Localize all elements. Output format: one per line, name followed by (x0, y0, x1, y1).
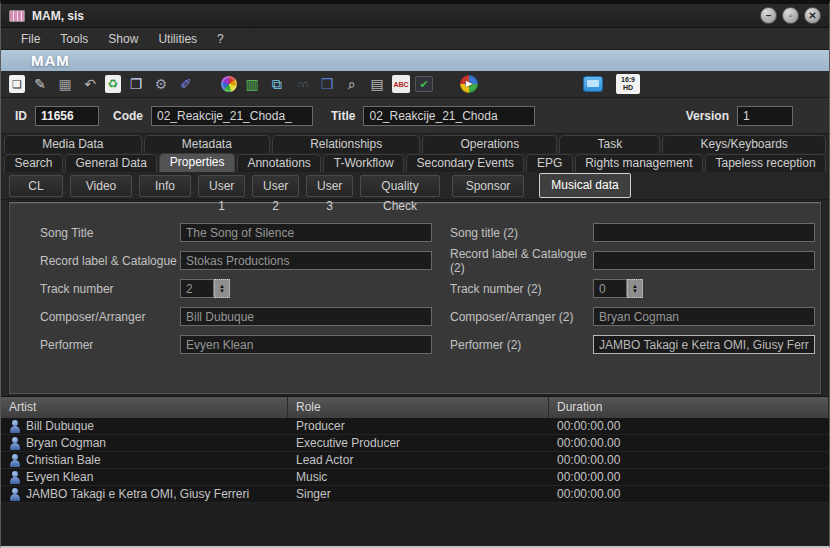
id-input[interactable] (35, 106, 99, 126)
table-row[interactable]: Christian Bale Lead Actor 00:00:00.00 (1, 452, 829, 469)
subtab-video[interactable]: Video (70, 175, 132, 197)
refresh-icon[interactable]: ♻ (105, 75, 121, 93)
menu-show[interactable]: Show (98, 32, 148, 46)
code-input[interactable] (151, 106, 313, 126)
tab-secondary-events[interactable]: Secondary Events (406, 154, 524, 172)
spinner-down-icon[interactable]: ▼ (219, 289, 225, 294)
spellcheck-icon[interactable]: ABC (392, 75, 410, 93)
new-document-icon[interactable]: ❏ (9, 75, 25, 93)
artist-name: Christian Bale (26, 453, 101, 467)
log-icon[interactable]: ▤ (367, 74, 387, 94)
subtabs: CL Video Info User 1 User 2 User 3 Quali… (1, 172, 829, 200)
song-title-label: Song Title (40, 226, 180, 240)
filmstrip-icon[interactable]: ▥ (242, 74, 262, 94)
song-title-2-field[interactable] (593, 223, 815, 242)
window-title: MAM, sis (32, 9, 755, 23)
track-number-2-field[interactable] (593, 279, 627, 298)
tab-epg[interactable]: EPG (526, 154, 572, 172)
artist-name: Evyen Klean (26, 470, 93, 484)
track-number-field[interactable] (180, 279, 214, 298)
record-label-label: Record label & Catalogue (40, 254, 180, 268)
paint-icon[interactable]: ✐ (176, 74, 196, 94)
song-title-field[interactable] (180, 223, 432, 242)
musical-data-panel: Song Title Record label & Catalogue Trac… (9, 202, 821, 394)
preview-icon[interactable]: ⌕ (342, 74, 362, 94)
tab-properties[interactable]: Properties (159, 153, 235, 172)
menu-tools[interactable]: Tools (50, 32, 98, 46)
subtab-user-2[interactable]: User 2 (252, 175, 299, 197)
version-input[interactable] (737, 106, 793, 126)
tab-tapeless-reception[interactable]: Tapeless reception (705, 154, 826, 172)
spinner-down-icon[interactable]: ▼ (632, 289, 638, 294)
menu-utilities[interactable]: Utilities (148, 32, 207, 46)
table-row[interactable]: Bryan Cogman Executive Producer 00:00:00… (1, 435, 829, 452)
tab-general-data[interactable]: General Data (65, 154, 157, 172)
record-label-2-field[interactable] (593, 251, 815, 270)
subtab-quality-check[interactable]: Quality Check (360, 175, 440, 197)
gears-icon[interactable]: ⚙ (151, 74, 171, 94)
artist-duration: 00:00:00.00 (549, 453, 829, 467)
tv-icon[interactable] (583, 76, 603, 92)
menu-help[interactable]: ? (207, 32, 234, 46)
tab-rights-management[interactable]: Rights management (575, 154, 703, 172)
tabs-row-2: Search General Data Properties Annotatio… (1, 153, 829, 172)
table-row[interactable]: Evyen Klean Music 00:00:00.00 (1, 469, 829, 486)
copy-icon[interactable]: ❐ (126, 74, 146, 94)
subtab-sponsor[interactable]: Sponsor (452, 175, 524, 197)
column-header-duration[interactable]: Duration (549, 397, 829, 418)
subtab-musical-data[interactable]: Musical data (539, 173, 631, 198)
subtab-user-3[interactable]: User 3 (306, 175, 353, 197)
version-group: Version (686, 106, 793, 126)
menu-file[interactable]: File (11, 32, 50, 46)
media-player-icon[interactable]: ▶ (460, 75, 478, 93)
aspect-ratio-icon[interactable]: 16:9 HD (616, 74, 640, 94)
column-header-role[interactable]: Role (288, 397, 549, 418)
save-icon[interactable]: ▦ (55, 74, 75, 94)
banner-title: MAM (31, 52, 70, 69)
edit-icon[interactable]: ✎ (30, 74, 50, 94)
maximize-icon[interactable]: ▫ (782, 7, 799, 24)
table-row[interactable]: Bill Dubuque Producer 00:00:00.00 (1, 418, 829, 435)
title-input[interactable] (363, 106, 535, 126)
track-number-stepper[interactable]: ▲ ▼ (214, 279, 230, 298)
tab-operations[interactable]: Operations (422, 135, 557, 153)
title-label: Title (331, 109, 355, 123)
composer-arranger-field[interactable] (180, 307, 432, 326)
record-label-field[interactable] (180, 251, 432, 270)
tab-task[interactable]: Task (559, 135, 660, 153)
title-bar: MAM, sis – ▫ ✕ (1, 4, 829, 28)
column-header-artist[interactable]: Artist (1, 397, 288, 418)
artist-name: Bill Dubuque (26, 419, 94, 433)
play-glyph: ▶ (466, 80, 472, 88)
subtab-cl[interactable]: CL (9, 175, 63, 197)
artist-table: Artist Role Duration Bill Dubuque Produc… (1, 396, 829, 546)
track-number-2-stepper[interactable]: ▲ ▼ (627, 279, 643, 298)
form-column-right: Song title (2) Record label & Catalogue … (440, 223, 820, 393)
binoculars-icon[interactable]: ∩∩ (292, 74, 312, 94)
subtab-user-1[interactable]: User 1 (198, 175, 245, 197)
images-icon[interactable]: ⧉ (267, 74, 287, 94)
tab-media-data[interactable]: Media Data (4, 135, 142, 153)
person-icon (9, 454, 21, 467)
close-icon[interactable]: ✕ (804, 7, 821, 24)
tab-metadata[interactable]: Metadata (144, 135, 270, 153)
performer-2-field[interactable] (593, 335, 815, 354)
approve-icon[interactable]: ✔ (415, 76, 433, 92)
tab-relationships[interactable]: Relationships (272, 135, 420, 153)
undo-icon[interactable]: ↶ (80, 74, 100, 94)
artist-name: Bryan Cogman (26, 436, 106, 450)
tab-search[interactable]: Search (4, 154, 63, 172)
performer-field[interactable] (180, 335, 432, 354)
subtab-info[interactable]: Info (139, 175, 191, 197)
minimize-icon[interactable]: – (760, 7, 777, 24)
artist-duration: 00:00:00.00 (549, 487, 829, 501)
composer-arranger-2-field[interactable] (593, 307, 815, 326)
table-row[interactable]: JAMBO Takagi e Ketra OMI, Giusy Ferreri … (1, 486, 829, 503)
performer-2-label: Performer (2) (450, 338, 593, 352)
cascade-windows-icon[interactable]: ❒ (317, 74, 337, 94)
tab-keys-keyboards[interactable]: Keys/Keyboards (662, 135, 826, 153)
tab-annotations[interactable]: Annotations (237, 154, 321, 172)
media-disc-icon[interactable] (221, 76, 237, 92)
tab-t-workflow[interactable]: T-Workflow (323, 154, 404, 172)
person-icon (9, 420, 21, 433)
